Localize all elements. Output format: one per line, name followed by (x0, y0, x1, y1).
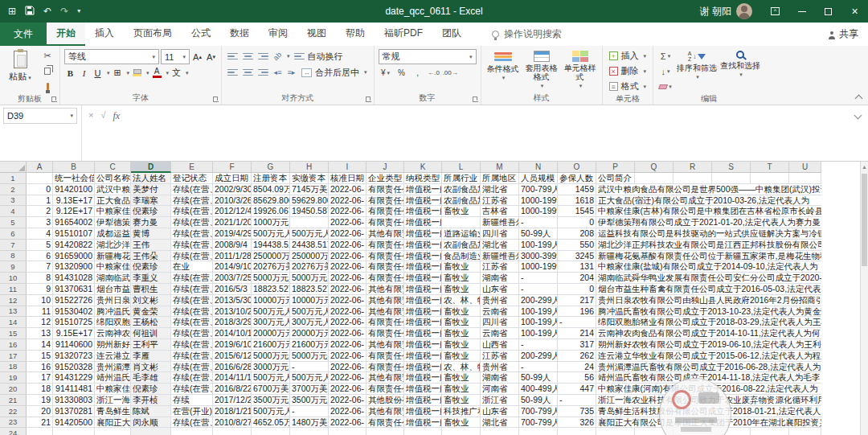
borders-button[interactable]: ⊞ (112, 66, 124, 80)
grid-cell[interactable]: 新疆维吾尔自治区 (481, 217, 519, 228)
grid-cell[interactable]: 500万元人民币 (290, 306, 329, 318)
grid-cell[interactable]: 20000万元 (290, 328, 329, 339)
column-header-K[interactable]: K (404, 162, 442, 173)
grid-cell[interactable]: 增值税一般纳税人 (404, 240, 442, 251)
grid-cell[interactable]: 有限责任公司 (366, 328, 404, 339)
row-header-2[interactable]: 2 (0, 184, 27, 195)
grid-cell[interactable]: 91420100 (53, 184, 95, 195)
grid-cell[interactable]: 增值税一般纳税人 (404, 251, 442, 262)
increase-font-button[interactable]: A▴ (191, 50, 203, 64)
grid-cell[interactable]: 91140600 (53, 339, 95, 351)
grid-cell[interactable]: 2022-06- (329, 240, 366, 251)
grid-cell[interactable]: 17 (27, 372, 53, 384)
tell-me-search[interactable]: 操作说明搜索 (492, 23, 562, 46)
grid-cell[interactable]: 2008/9/4 (213, 240, 252, 251)
save-icon[interactable] (25, 6, 35, 18)
grid-cell-description[interactable]: 朔州新好农牧有限公司成立于2019-06-10,法定代表人为王利平 (596, 339, 821, 351)
align-top-button[interactable] (226, 50, 240, 64)
grid-cell[interactable]: 增值税一般纳税人 (404, 395, 442, 406)
grid-cell[interactable]: 增值税一般纳税人 (404, 384, 442, 395)
grid-cell[interactable]: 91320723 (53, 351, 95, 362)
grid-cell[interactable]: 50-99人 (519, 372, 558, 384)
grid-cell[interactable]: - (519, 217, 558, 228)
grid-cell[interactable] (596, 428, 635, 435)
grid-cell-description[interactable]: 湖南临武舜华鸭业发展有限责任公司安仁分公司成立于2020-06-29,法定代 (596, 273, 821, 284)
grid-cell[interactable]: 2018/1/21 (213, 406, 252, 417)
grid-cell[interactable]: 10000万元人民币 (290, 295, 329, 306)
grid-cell[interactable]: 湖北省 (481, 240, 519, 251)
grid-cell[interactable]: 其他有限责任公司 (366, 228, 404, 240)
row-header-13[interactable]: 13 (0, 306, 27, 318)
name-box[interactable]: D39▾ (3, 108, 77, 124)
grid-cell-description[interactable]: 云南神农肉食品有限公司成立于2014-10-11,法定代表人为何 (596, 328, 821, 339)
scrollbar-thumb[interactable] (862, 174, 867, 266)
grid-cell[interactable]: 畜牧业 (442, 306, 481, 318)
grid-cell[interactable]: 湖北省 (481, 184, 519, 195)
row-header-5[interactable]: 5 (0, 217, 27, 228)
grid-cell[interactable]: 农副食品加工业 (442, 195, 481, 207)
grid-cell[interactable]: 湖南省 (481, 372, 519, 384)
decrease-decimal-button[interactable]: .00→ (443, 66, 458, 80)
grid-cell[interactable]: 2022-06- (329, 339, 366, 351)
grid-cell[interactable] (519, 428, 558, 435)
grid-cell[interactable]: 2014/10/11 (213, 328, 252, 339)
grid-cell[interactable]: 其他有限责任公司 (366, 372, 404, 384)
grid-cell[interactable]: 85629.806 (252, 195, 290, 207)
grid-cell[interactable]: 6700万美元 (252, 384, 290, 395)
grid-cell[interactable]: 李开桢 (131, 395, 171, 406)
grid-cell[interactable]: 存续(在营、开业) (171, 295, 213, 306)
grid-cell[interactable]: 2016/6/28 (213, 362, 252, 373)
grid-cell[interactable]: 农副食品加工业 (442, 240, 481, 251)
grid-cell[interactable]: 59629.806 (290, 195, 329, 207)
grid-cell[interactable]: 2022-06- (329, 195, 366, 207)
grid-cell[interactable]: 2022-06- (329, 306, 366, 318)
grid-cell[interactable]: 存续(在营、开业) (171, 206, 213, 217)
percent-button[interactable]: % (395, 66, 409, 80)
tab-file[interactable]: 文件 (0, 23, 47, 46)
minimize-button[interactable] (788, 0, 815, 23)
grid-cell[interactable]: 腾冲温氏畜牧 (95, 306, 131, 318)
grid-cell[interactable]: 326 (558, 417, 596, 429)
grid-cell[interactable]: 1000-1999人 (519, 206, 558, 217)
column-header-U[interactable]: U (789, 162, 821, 173)
header-cell[interactable]: 纳税类型 (404, 173, 442, 184)
grid-cell[interactable]: 550 (558, 240, 596, 251)
grid-cell[interactable]: 0 (558, 217, 596, 228)
grid-cell[interactable]: 2010/8/27 (213, 417, 252, 429)
column-header-F[interactable]: F (213, 162, 252, 173)
align-right-button[interactable] (256, 66, 270, 80)
row-header-3[interactable]: 3 (0, 195, 27, 207)
grid-cell[interactable]: 存续 (171, 395, 213, 406)
align-bottom-button[interactable] (256, 50, 270, 64)
grid-cell[interactable]: 2017/12/21 (213, 395, 252, 406)
ribbon-tab-4[interactable]: 数据 (220, 23, 259, 46)
grid-cell[interactable]: - (558, 395, 596, 406)
grid-cell[interactable]: - (519, 284, 558, 295)
grid-cell[interactable]: 4 (27, 228, 53, 240)
grid-cell[interactable]: 317 (558, 339, 596, 351)
decrease-indent-button[interactable]: ◂≡ (272, 66, 284, 80)
grid-cell[interactable]: 何祖训 (131, 328, 171, 339)
grid-cell[interactable]: 3700万美元 (290, 384, 329, 395)
scroll-up-icon[interactable]: ▲ (861, 162, 868, 172)
row-header-24[interactable]: 24 (0, 428, 27, 435)
grid-cell[interactable]: - (558, 317, 596, 328)
grid-cell[interactable]: 91654002 (53, 217, 95, 228)
grid-cell[interactable] (131, 428, 171, 435)
grid-cell[interactable]: 有限责任公司 (366, 251, 404, 262)
grid-cell[interactable]: 214 (558, 328, 596, 339)
grid-cell[interactable]: 2022-06- (329, 251, 366, 262)
ribbon-tab-5[interactable]: 审阅 (259, 23, 297, 46)
grid-cell[interactable]: 畜牧业 (442, 284, 481, 295)
grid-cell[interactable]: 增值税一般纳税人 (404, 206, 442, 217)
grid-cell[interactable]: 1459 (558, 184, 596, 195)
grid-cell[interactable]: 500万元人民币 (252, 306, 290, 318)
grid-cell[interactable]: 24438.517 (290, 240, 329, 251)
header-cell[interactable]: 参保人数 (558, 173, 596, 184)
number-format-combo[interactable]: 常规▾ (379, 49, 477, 64)
grid-cell[interactable]: 有限责任公司 (366, 417, 404, 429)
grid-cell[interactable]: 2 (27, 206, 53, 217)
grid-cell[interactable]: 湖北沙洋正邦 (95, 240, 131, 251)
find-select-button[interactable]: 查找和选择▾ (720, 49, 760, 93)
grid-cell[interactable]: 中粮家佳康(河南) (95, 384, 131, 395)
